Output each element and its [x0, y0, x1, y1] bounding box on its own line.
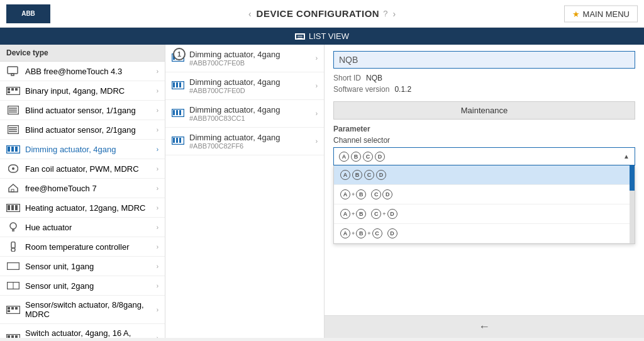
device-type-label: Hue actuator [25, 223, 72, 232]
device-type-label: Heating actuator, 12gang, MDRC [25, 203, 146, 213]
chevron-right-icon: › [157, 263, 158, 270]
device-address: #ABB700C7FE0D [189, 87, 280, 94]
chevron-right-icon: › [316, 138, 318, 145]
device-type-item[interactable]: Blind actuator sensor, 2/1gang › [0, 120, 165, 140]
next-button[interactable]: › [387, 6, 401, 21]
blind-icon [6, 125, 20, 135]
monitor-icon [6, 66, 20, 76]
svg-rect-50 [176, 82, 178, 87]
list-view-bar: LIST VIEW [0, 28, 644, 45]
dropdown-scrollbar[interactable] [630, 165, 635, 243]
list-view-label: LIST VIEW [309, 31, 349, 41]
svg-rect-54 [176, 110, 178, 115]
dropdown-scrollbar-thumb [630, 165, 635, 191]
device-small-icon [172, 53, 184, 64]
device-type-item[interactable]: Fan coil actuator, PWM, MDRC › [0, 159, 165, 179]
svg-rect-53 [173, 110, 175, 115]
dropdown-option[interactable]: A + B C D [334, 185, 635, 204]
help-icon[interactable]: ? [383, 9, 387, 18]
svg-rect-26 [15, 205, 18, 210]
parameter-section-title: Parameter [333, 125, 635, 133]
device-list-panel: Dimming actuator, 4gang #ABB700C7FE0B › … [165, 45, 325, 338]
channel-selector-wrapper: A B C D ▲ [333, 147, 635, 165]
svg-rect-46 [176, 55, 178, 60]
device-type-panel: Device type ABB free@homeTouch 4.3 › Bin… [0, 45, 165, 338]
channel-c-badge: C [363, 152, 373, 162]
svg-rect-43 [15, 335, 18, 338]
svg-rect-32 [8, 263, 19, 270]
device-type-item[interactable]: Switch actuator, 4gang, 16 A, MDRC › [0, 324, 165, 338]
content-area: 1 2 Device type ABB free@homeTouch 4.3 ›… [0, 45, 644, 338]
chevron-right-icon: › [316, 110, 318, 117]
device-small-icon [172, 109, 184, 119]
main-menu-label: MAIN MENU [583, 9, 630, 18]
device-type-item[interactable]: Sensor unit, 2gang › [0, 276, 165, 296]
config-bottom-bar: ← [325, 315, 644, 338]
sensor-icon [6, 261, 20, 271]
thermo-icon [6, 242, 20, 252]
device-type-item[interactable]: ABB free@homeTouch 4.3 › [0, 62, 165, 81]
chevron-right-icon: › [316, 82, 318, 89]
chevron-right-icon: › [316, 55, 318, 62]
device-type-label: Room temperature controller [25, 242, 129, 252]
svg-rect-4 [11, 88, 14, 91]
chevron-right-icon: › [157, 146, 158, 153]
back-button[interactable]: ← [479, 320, 490, 333]
channel-b-badge: B [351, 152, 361, 162]
dropdown-option[interactable]: A + B C + D [334, 204, 635, 224]
svg-rect-16 [8, 147, 10, 152]
svg-rect-45 [173, 55, 175, 60]
chevron-right-icon: › [157, 68, 158, 75]
svg-rect-3 [8, 88, 10, 91]
device-item[interactable]: Dimming actuator, 4gang #ABB700C7FE0B › [165, 45, 324, 72]
config-panel: Short ID NQB Software version 0.1.2 Main… [325, 45, 644, 338]
svg-rect-51 [179, 82, 181, 87]
device-type-label: Sensor unit, 1gang [25, 262, 94, 271]
svg-rect-55 [179, 110, 181, 115]
dropdown-option[interactable]: A B C D [334, 165, 635, 185]
fan-icon [6, 164, 20, 174]
svg-rect-59 [179, 138, 181, 143]
svg-rect-38 [15, 307, 18, 310]
svg-rect-41 [8, 335, 10, 338]
svg-rect-6 [8, 91, 10, 93]
home-icon [6, 183, 20, 193]
chevron-right-icon: › [157, 185, 158, 192]
maintenance-button[interactable]: Maintenance [333, 101, 635, 120]
chevron-right-icon: › [157, 204, 158, 211]
channel-selector-display[interactable]: A B C D ▲ [333, 147, 635, 165]
device-item[interactable]: Dimming actuator, 4gang #ABB700C82FF6 › [165, 128, 324, 155]
device-type-label: Sensor/switch actuator, 8/8gang, MDRC [25, 300, 157, 319]
dimmer-icon [6, 144, 20, 154]
device-type-label: ABB free@homeTouch 4.3 [25, 67, 122, 76]
device-type-item[interactable]: Sensor/switch actuator, 8/8gang, MDRC › [0, 296, 165, 324]
device-type-item-dimming[interactable]: Dimming actuator, 4gang › [0, 140, 165, 159]
device-type-item[interactable]: Blind actuator sensor, 1/1gang › [0, 101, 165, 120]
logo: ABB [6, 4, 50, 23]
star-icon: ★ [572, 9, 580, 18]
device-type-item[interactable]: Heating actuator, 12gang, MDRC › [0, 198, 165, 218]
channel-a-badge: A [339, 152, 349, 162]
device-address: #ABB700C82FF6 [189, 142, 280, 150]
svg-rect-42 [11, 335, 14, 338]
main-menu-button[interactable]: ★ MAIN MENU [564, 5, 638, 22]
bottom-bar: ← [325, 315, 644, 338]
svg-marker-21 [9, 184, 18, 192]
short-id-value: NQB [366, 74, 382, 82]
device-type-item[interactable]: Room temperature controller › [0, 237, 165, 257]
device-item[interactable]: Dimming actuator, 4gang #ABB700C83CC1 › [165, 100, 324, 128]
dropdown-option[interactable]: A + B + C D [334, 224, 635, 243]
channel-dropdown: A B C D A + B [333, 165, 635, 244]
prev-button[interactable]: ‹ [243, 6, 257, 21]
device-type-label: Switch actuator, 4gang, 16 A, MDRC [25, 328, 157, 338]
device-name-input[interactable] [333, 51, 635, 69]
device-type-item[interactable]: free@homeTouch 7 › [0, 179, 165, 198]
binary-icon [6, 305, 20, 315]
device-type-item[interactable]: Binary input, 4gang, MDRC › [0, 81, 165, 101]
device-type-item[interactable]: Sensor unit, 1gang › [0, 257, 165, 276]
svg-rect-5 [15, 88, 18, 91]
device-item[interactable]: Dimming actuator, 4gang #ABB700C7FE0D › [165, 72, 324, 100]
device-type-item[interactable]: Hue actuator › [0, 218, 165, 237]
chevron-right-icon: › [157, 243, 158, 250]
top-bar: ABB ‹ DEVICE CONFIGURATION ? › ★ MAIN ME… [0, 0, 644, 28]
